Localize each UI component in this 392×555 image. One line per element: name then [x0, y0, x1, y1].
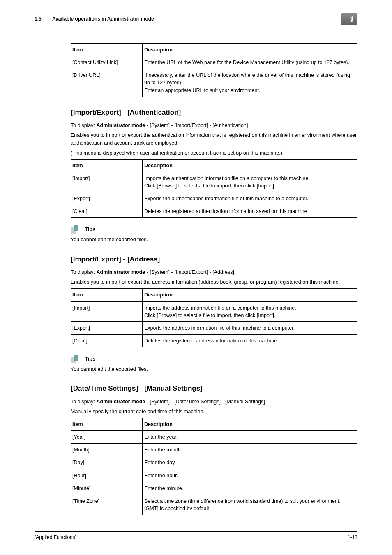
cell-desc: Enter the minute.: [143, 482, 358, 495]
cell-item: [Hour]: [71, 469, 143, 482]
display-bold: Administrator mode: [97, 269, 145, 275]
display-path-addr: To display: Administrator mode - [System…: [71, 268, 357, 276]
cell-desc: Enter the day.: [143, 456, 358, 469]
cell-item: [Export]: [71, 321, 143, 334]
tips-text-addr: You cannot edit the exported files.: [71, 365, 357, 373]
cell-desc: Select a time zone (time difference from…: [143, 495, 358, 515]
heading-addr: [Import/Export] - [Address]: [71, 254, 357, 265]
para-addr-1: Enables you to import or export the addr…: [71, 278, 357, 286]
heading-auth: [Import/Export] - [Authentication]: [71, 108, 357, 118]
table-row: [Export]Exports the authentication infor…: [71, 192, 357, 205]
table-row: [Export]Exports the address information …: [71, 321, 357, 334]
table-auth: Item Description [Import]Imports the aut…: [71, 159, 357, 218]
table-top: Item Description [Contact Utility Link]E…: [71, 43, 357, 97]
cell-item: [Clear]: [71, 334, 143, 347]
cell-desc: Exports the address information file of …: [143, 321, 358, 334]
display-path-date: To display: Administrator mode - [System…: [71, 398, 357, 405]
cell-item: [Contact Utility Link]: [71, 56, 143, 69]
table-date: Item Description [Year]Enter the year.[M…: [71, 418, 357, 515]
table-row: [Minute]Enter the minute.: [71, 482, 357, 495]
cell-desc: Exports the authentication information f…: [143, 192, 358, 205]
heading-date: [Date/Time Settings] - [Manual Settings]: [71, 384, 357, 394]
col-header-item: Item: [71, 418, 143, 431]
display-prefix: To display:: [71, 399, 97, 405]
table-row: Item Description: [71, 44, 357, 56]
col-header-item: Item: [71, 44, 143, 56]
cell-desc: Imports the authentication information f…: [143, 172, 358, 192]
table-row: [Clear]Deletes the registered address in…: [71, 334, 357, 347]
table-addr-body: [Import]Imports the address information …: [71, 301, 357, 347]
cell-item: [Driver URL]: [71, 69, 143, 97]
para-auth-1: Enables you to import or export the auth…: [71, 132, 357, 146]
cell-item: [Clear]: [71, 205, 143, 218]
section-number: 1.5: [35, 16, 51, 23]
table-row: [Driver URL]If necessary, enter the URL …: [71, 69, 357, 97]
table-row: [Import]Imports the authentication infor…: [71, 172, 357, 192]
cell-item: [Minute]: [71, 482, 143, 495]
col-header-desc: Description: [143, 418, 358, 431]
page-footer: [Applied Functions] 1-13: [35, 531, 357, 541]
display-path-auth: To display: Administrator mode - [System…: [71, 122, 357, 129]
tips-icon: [71, 355, 82, 363]
tips-label: Tips: [85, 355, 96, 363]
display-rest: - [System] - [Import/Export] - [Authenti…: [145, 123, 248, 128]
table-row: Item Description: [71, 418, 357, 431]
display-prefix: To display:: [71, 123, 97, 128]
col-header-desc: Description: [143, 44, 358, 56]
svg-rect-1: [74, 225, 78, 231]
table-row: [Import]Imports the address information …: [71, 301, 357, 321]
cell-item: [Import]: [71, 301, 143, 321]
table-row: [Day]Enter the day.: [71, 456, 357, 469]
para-auth-2: (This menu is displayed when user authen…: [71, 149, 357, 157]
col-header-item: Item: [71, 159, 143, 172]
table-row: [Time Zone]Select a time zone (time diff…: [71, 495, 357, 515]
cell-desc: Imports the address information file on …: [143, 301, 358, 321]
table-row: Item Description: [71, 159, 357, 172]
cell-desc: If necessary, enter the URL of the locat…: [143, 69, 358, 97]
table-row: [Contact Utility Link]Enter the URL of t…: [71, 56, 357, 69]
cell-desc: Enter the month.: [143, 444, 358, 456]
col-header-desc: Description: [143, 289, 358, 301]
svg-rect-3: [74, 355, 78, 361]
tips-auth: Tips: [71, 225, 357, 234]
footer-right: 1-13: [348, 534, 357, 541]
display-prefix: To display:: [71, 269, 97, 275]
cell-item: [Time Zone]: [71, 495, 143, 515]
col-header-desc: Description: [143, 159, 358, 172]
cell-item: [Month]: [71, 444, 143, 456]
cell-desc: Enter the year.: [143, 431, 358, 444]
table-top-body: [Contact Utility Link]Enter the URL of t…: [71, 56, 357, 97]
para-date-1: Manually specify the current date and ti…: [71, 408, 357, 415]
table-row: [Clear]Deletes the registered authentica…: [71, 205, 357, 218]
header-title: 1.5 Available operations in Administrato…: [35, 16, 154, 23]
table-row: [Hour]Enter the hour.: [71, 469, 357, 482]
section-title: Available operations in Administrator mo…: [52, 16, 154, 22]
page-header: 1.5 Available operations in Administrato…: [35, 13, 357, 27]
display-rest: - [System] - [Import/Export] - [Address]: [145, 269, 234, 275]
tips-text-auth: You cannot edit the exported files.: [71, 236, 357, 243]
table-row: Item Description: [71, 289, 357, 301]
chapter-badge: 1: [341, 13, 357, 25]
cell-desc: Enter the URL of the Web page for the De…: [143, 56, 358, 69]
tips-addr: Tips: [71, 355, 357, 363]
cell-desc: Enter the hour.: [143, 469, 358, 482]
display-rest: - [System] - [Date/Time Settings] - [Man…: [145, 399, 265, 405]
cell-desc: Deletes the registered address informati…: [143, 334, 358, 347]
table-row: [Month]Enter the month.: [71, 444, 357, 456]
col-header-item: Item: [71, 289, 143, 301]
table-row: [Year]Enter the year.: [71, 431, 357, 444]
tips-icon: [71, 225, 82, 234]
display-bold: Administrator mode: [97, 399, 145, 405]
table-date-body: [Year]Enter the year.[Month]Enter the mo…: [71, 431, 357, 515]
cell-desc: Deletes the registered authentication in…: [143, 205, 358, 218]
cell-item: [Day]: [71, 456, 143, 469]
display-bold: Administrator mode: [97, 123, 145, 128]
chapter-number: 1: [350, 13, 354, 26]
tips-label: Tips: [85, 226, 96, 234]
table-auth-body: [Import]Imports the authentication infor…: [71, 172, 357, 218]
table-addr: Item Description [Import]Imports the add…: [71, 288, 357, 347]
footer-left: [Applied Functions]: [35, 534, 76, 541]
cell-item: [Import]: [71, 172, 143, 192]
cell-item: [Export]: [71, 192, 143, 205]
cell-item: [Year]: [71, 431, 143, 444]
